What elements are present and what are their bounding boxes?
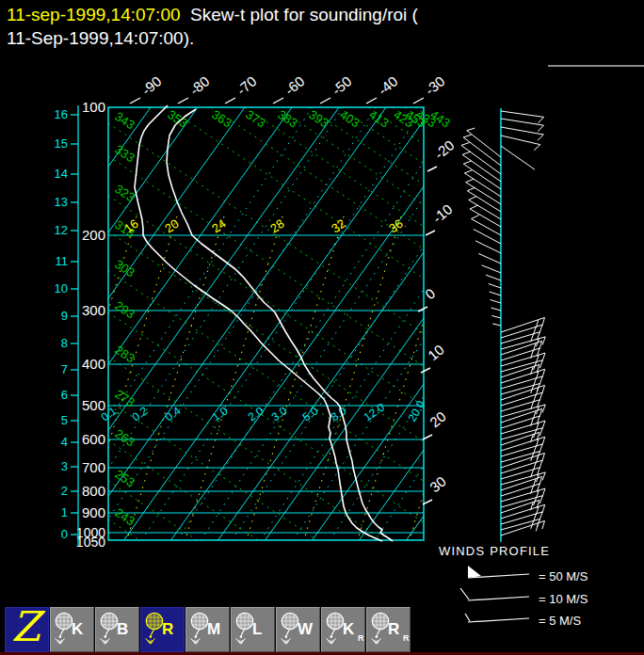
- svg-text:243: 243: [112, 505, 137, 528]
- svg-text:403: 403: [337, 107, 362, 130]
- svg-text:300: 300: [82, 302, 105, 318]
- svg-text:273: 273: [112, 387, 137, 409]
- toolbar-button-kr[interactable]: K R: [321, 607, 365, 652]
- svg-text:303: 303: [112, 257, 137, 280]
- svg-text:0: 0: [61, 527, 68, 541]
- svg-text:-10: -10: [429, 200, 456, 226]
- svg-text:20: 20: [427, 408, 449, 431]
- svg-text:4: 4: [61, 435, 68, 449]
- button-label: K: [343, 620, 354, 639]
- svg-text:253: 253: [112, 467, 137, 489]
- button-label: W: [298, 620, 313, 639]
- svg-text:200: 200: [82, 227, 105, 243]
- svg-text:293: 293: [112, 298, 137, 321]
- toolbar-button-rr[interactable]: R R: [366, 607, 411, 652]
- svg-text:-70: -70: [233, 72, 260, 98]
- svg-text:36: 36: [386, 216, 405, 236]
- svg-text:WINDS PROFILE: WINDS PROFILE: [439, 544, 550, 558]
- svg-text:= 10 M/S: = 10 M/S: [539, 592, 588, 606]
- toolbar-button-l[interactable]: L: [231, 607, 275, 652]
- toolbar-button-r-active[interactable]: R: [140, 607, 185, 652]
- svg-text:20.0: 20.0: [405, 398, 427, 424]
- svg-text:8.0: 8.0: [329, 404, 349, 423]
- skew-t-chart: 1002003004005006007008009001000105001234…: [0, 0, 644, 655]
- svg-text:600: 600: [82, 431, 105, 447]
- svg-text:8: 8: [61, 336, 68, 350]
- svg-text:400: 400: [82, 356, 105, 372]
- svg-text:28: 28: [267, 216, 286, 236]
- svg-text:6: 6: [61, 388, 68, 402]
- svg-text:10: 10: [55, 281, 68, 296]
- svg-text:-80: -80: [186, 72, 213, 98]
- svg-text:323: 323: [112, 182, 137, 204]
- svg-text:10: 10: [425, 342, 447, 364]
- svg-text:-60: -60: [282, 72, 308, 98]
- svg-text:12.0: 12.0: [362, 400, 387, 423]
- svg-text:32: 32: [329, 216, 347, 236]
- svg-text:-20: -20: [431, 136, 458, 162]
- toolbar-button-zoom-logo[interactable]: Z: [5, 607, 49, 652]
- svg-text:12: 12: [55, 223, 68, 237]
- svg-text:263: 263: [112, 426, 137, 449]
- svg-text:283: 283: [112, 343, 137, 365]
- svg-text:2: 2: [61, 484, 68, 498]
- svg-text:700: 700: [82, 459, 105, 475]
- toolbar-button-b[interactable]: B: [95, 607, 139, 652]
- svg-text:3: 3: [61, 459, 68, 473]
- svg-text:9: 9: [61, 309, 68, 323]
- svg-text:-40: -40: [375, 72, 401, 98]
- button-label: R: [162, 620, 173, 639]
- button-label: M: [207, 620, 220, 639]
- svg-text:1.0: 1.0: [210, 404, 231, 423]
- svg-text:393: 393: [306, 107, 330, 130]
- svg-text:16: 16: [55, 107, 68, 121]
- svg-text:-30: -30: [422, 72, 448, 98]
- svg-text:100: 100: [82, 99, 105, 115]
- svg-text:343: 343: [112, 109, 137, 132]
- svg-text:413: 413: [366, 107, 391, 130]
- svg-text:7: 7: [61, 362, 68, 376]
- svg-text:14: 14: [55, 167, 68, 181]
- button-label: R: [388, 620, 399, 639]
- z-logo-icon: Z: [11, 602, 40, 650]
- button-label: L: [252, 620, 262, 639]
- svg-text:1: 1: [61, 505, 68, 519]
- button-label: K: [72, 620, 83, 639]
- toolbar-button-k[interactable]: K: [50, 607, 94, 652]
- svg-text:-90: -90: [138, 72, 165, 98]
- svg-text:0.4: 0.4: [163, 404, 184, 423]
- svg-text:373: 373: [243, 107, 267, 130]
- toolbar: Z K B R M L W K R: [0, 606, 644, 653]
- svg-text:-50: -50: [329, 72, 355, 98]
- button-sublabel: R: [403, 633, 410, 643]
- application-window: 11-sep-1999,14:07:00 Skew-t plot for sou…: [0, 0, 644, 655]
- svg-text:900: 900: [82, 504, 105, 520]
- toolbar-button-m[interactable]: M: [185, 607, 230, 652]
- svg-text:30: 30: [427, 473, 449, 496]
- svg-text:11: 11: [56, 254, 69, 268]
- toolbar-button-w[interactable]: W: [276, 607, 320, 652]
- svg-text:= 50 M/S: = 50 M/S: [539, 569, 588, 583]
- svg-text:5: 5: [61, 413, 68, 427]
- svg-text:383: 383: [275, 107, 299, 130]
- svg-text:2.0: 2.0: [246, 404, 266, 423]
- svg-text:0.2: 0.2: [130, 404, 151, 423]
- svg-text:353: 353: [165, 107, 189, 130]
- button-sublabel: R: [358, 633, 364, 643]
- button-label: B: [117, 620, 128, 639]
- svg-text:15: 15: [55, 136, 68, 151]
- svg-text:13: 13: [55, 195, 68, 209]
- svg-text:1050: 1050: [76, 535, 105, 550]
- svg-text:800: 800: [82, 483, 105, 499]
- svg-text:333: 333: [112, 142, 137, 165]
